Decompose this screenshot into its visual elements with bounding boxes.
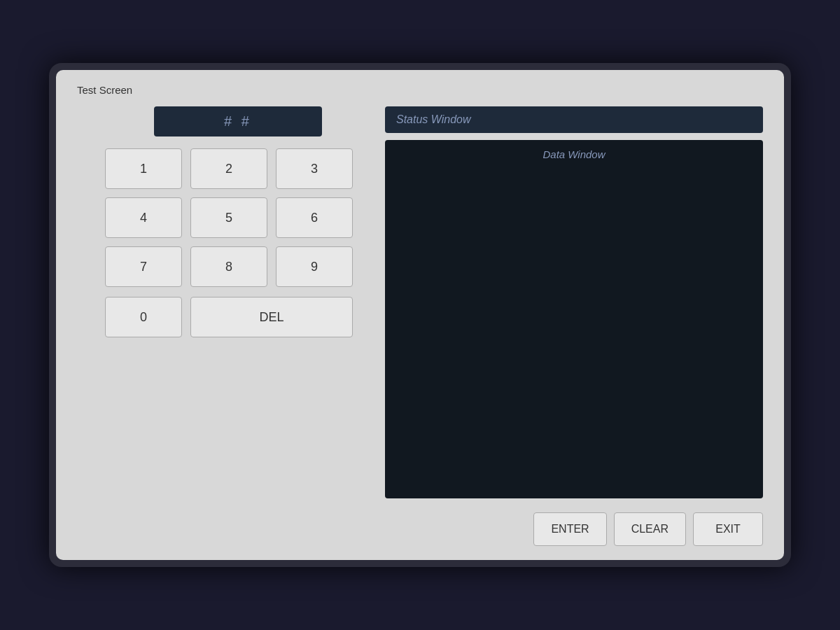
keypad-grid: 1 2 3 4 5 6 7 8 9 (105, 148, 371, 287)
right-panel: Status Window Data Window ENTER CLEAR EX… (385, 106, 763, 546)
screen-content: Test Screen # # 1 2 3 4 5 6 7 8 9 0 (56, 70, 784, 560)
key-6[interactable]: 6 (276, 197, 353, 238)
del-button[interactable]: DEL (190, 297, 353, 337)
key-4[interactable]: 4 (105, 197, 182, 238)
key-5[interactable]: 5 (190, 197, 267, 238)
key-2[interactable]: 2 (190, 148, 267, 189)
input-display: # # (154, 106, 322, 136)
main-area: # # 1 2 3 4 5 6 7 8 9 0 DEL (77, 106, 763, 546)
key-0[interactable]: 0 (105, 297, 182, 337)
exit-button[interactable]: EXIT (693, 512, 763, 546)
key-1[interactable]: 1 (105, 148, 182, 189)
key-8[interactable]: 8 (190, 246, 267, 287)
key-3[interactable]: 3 (276, 148, 353, 189)
data-window-label: Data Window (542, 148, 605, 160)
screen-bezel: Test Screen # # 1 2 3 4 5 6 7 8 9 0 (49, 63, 791, 567)
enter-button[interactable]: ENTER (533, 512, 606, 546)
page-title: Test Screen (77, 84, 763, 99)
key-7[interactable]: 7 (105, 246, 182, 287)
action-buttons-row: ENTER CLEAR EXIT (385, 512, 763, 546)
key-9[interactable]: 9 (276, 246, 353, 287)
data-window: Data Window (385, 140, 763, 498)
bottom-row: 0 DEL (105, 297, 371, 337)
clear-button[interactable]: CLEAR (614, 512, 686, 546)
left-panel: # # 1 2 3 4 5 6 7 8 9 0 DEL (77, 106, 371, 546)
status-window-header: Status Window (385, 106, 763, 133)
